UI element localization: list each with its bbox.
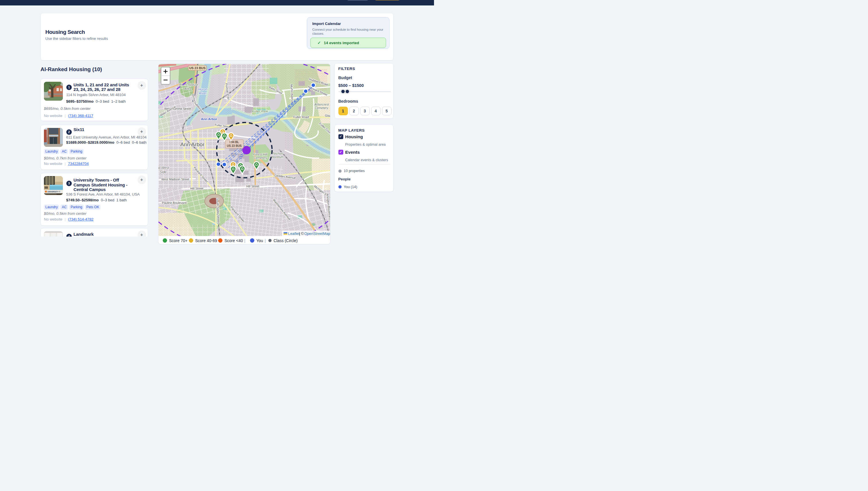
svg-text:rboretum: rboretum [271, 155, 283, 158]
svg-text:|: | [299, 231, 300, 235]
svg-text:River: River [199, 91, 207, 95]
svg-text:Bluffs Nature: Bluffs Nature [179, 83, 198, 86]
svg-text:UNIVERSITY T: UNIVERSITY T [47, 191, 60, 193]
svg-text:Ann Arbor: Ann Arbor [201, 117, 217, 121]
svg-text:Nichols: Nichols [273, 152, 283, 155]
svg-text:Arborcrest: Arborcrest [314, 103, 329, 106]
svg-text:West Madison Street: West Madison Street [161, 177, 189, 181]
svg-text:Ann Arbor: Ann Arbor [180, 141, 205, 147]
svg-text:Side: Side [160, 170, 166, 174]
svg-text:Cemetery: Cemetery [315, 106, 329, 110]
svg-text:Hill Street: Hill Street [246, 184, 260, 188]
svg-text:©: © [301, 231, 304, 235]
svg-text:Pauline Boulevard: Pauline Boulevard [162, 201, 186, 204]
svg-text:Area: Area [184, 87, 191, 90]
svg-text:Fuller Road: Fuller Road [293, 115, 309, 119]
svg-text:Forest Hill: Forest Hill [253, 152, 268, 156]
svg-text:US 23 BUS: US 23 BUS [227, 144, 242, 147]
svg-text:Leaflet: Leaflet [288, 231, 300, 235]
svg-text:OpenStreetMap: OpenStreetMap [304, 231, 330, 235]
svg-text:Cemetery: Cemetery [253, 156, 268, 160]
svg-text:Hill Street: Hill Street [190, 187, 204, 190]
svg-text:Glazier: Glazier [325, 114, 330, 117]
svg-text:US 23 BUS: US 23 BUS [189, 66, 206, 70]
svg-text:Huron: Huron [198, 87, 207, 91]
svg-text:ld West: ld West [158, 166, 169, 170]
svg-text:Fuller Park: Fuller Park [252, 110, 268, 113]
